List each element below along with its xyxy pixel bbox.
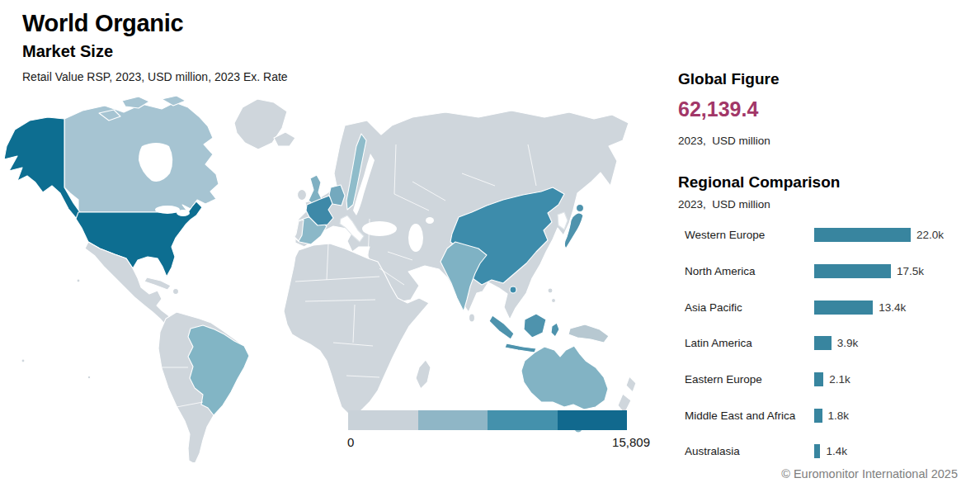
map-region-canada-arctic-island[interactable] — [162, 96, 186, 106]
global-figure-heading: Global Figure — [678, 70, 779, 88]
regional-bar-chart: Western Europe 22.0k North America 17.5k… — [685, 217, 975, 470]
map-region-new-zealand[interactable] — [626, 376, 636, 392]
page-subtitle: Market Size — [22, 42, 288, 61]
bar-value: 17.5k — [897, 265, 924, 277]
black-sea — [362, 221, 397, 236]
map-region-australia[interactable] — [521, 346, 608, 409]
map-region-indonesia-borneo[interactable] — [524, 314, 546, 338]
bar-row: Australasia 1.4k — [685, 433, 975, 470]
map-region-indonesia-sulawesi[interactable] — [551, 323, 559, 337]
bar-asia-pacific[interactable] — [814, 301, 873, 315]
metric-description: Retail Value RSP, 2023, USD million, 202… — [22, 70, 288, 83]
global-figure-caption: 2023, USD million — [678, 135, 770, 147]
page-title: World Organic — [22, 8, 288, 38]
map-region-ireland[interactable] — [298, 190, 307, 201]
bar-north-america[interactable] — [814, 264, 891, 278]
great-lakes — [155, 206, 180, 214]
scale-segment-2 — [418, 410, 488, 430]
map-region-pacific-island[interactable] — [21, 359, 25, 362]
bar-row: Asia Pacific 13.4k — [685, 289, 975, 325]
bar-value: 22.0k — [916, 229, 944, 241]
global-figure-value: 62,139.4 — [678, 97, 758, 121]
regional-comparison-caption: 2023, USD million — [678, 198, 770, 211]
bar-row: Latin America 3.9k — [685, 325, 975, 362]
map-region-new-guinea[interactable] — [568, 324, 609, 343]
bar-label: Western Europe — [685, 229, 814, 241]
bar-middle-east-africa[interactable] — [814, 409, 822, 423]
bar-label: Asia Pacific — [685, 301, 814, 314]
choropleth-color-scale — [348, 410, 627, 430]
bar-value: 1.8k — [828, 409, 850, 422]
map-region-philippines[interactable] — [552, 299, 556, 303]
bar-label: Latin America — [685, 337, 814, 349]
bar-value: 2.1k — [829, 373, 850, 386]
regional-comparison-heading: Regional Comparison — [678, 173, 840, 192]
bar-value: 3.9k — [837, 337, 859, 349]
map-region-indonesia-java[interactable] — [505, 343, 536, 353]
world-choropleth-map[interactable] — [0, 95, 668, 462]
bar-label: North America — [685, 265, 814, 277]
map-region-japan-hokkaido[interactable] — [577, 205, 584, 212]
bar-latin-america[interactable] — [814, 336, 832, 350]
bar-row: Eastern Europe 2.1k — [685, 362, 975, 398]
report-header: World Organic Market Size Retail Value R… — [22, 8, 288, 83]
scale-segment-1 — [348, 410, 418, 430]
map-region-madagascar[interactable] — [416, 360, 431, 389]
bar-label: Australasia — [685, 445, 814, 457]
scale-min-label: 0 — [347, 435, 354, 449]
caspian-sea — [408, 224, 423, 252]
bar-eastern-europe[interactable] — [814, 372, 823, 386]
bar-western-europe[interactable] — [814, 228, 911, 242]
bar-row: Western Europe 22.0k — [685, 217, 975, 253]
aral-sea — [426, 217, 434, 224]
copyright-notice: © Euromonitor International 2025 — [781, 467, 958, 480]
bar-label: Middle East and Africa — [685, 409, 814, 422]
scale-segment-3 — [488, 410, 558, 430]
scale-segment-4 — [558, 410, 628, 430]
bar-australasia[interactable] — [814, 444, 820, 458]
map-region-hispaniola[interactable] — [173, 289, 179, 295]
bar-row: North America 17.5k — [685, 253, 975, 290]
bar-value: 1.4k — [826, 445, 847, 457]
bar-value: 13.4k — [879, 301, 906, 314]
map-region-hainan[interactable] — [510, 286, 516, 293]
map-region-sri-lanka[interactable] — [469, 314, 475, 322]
scale-max-label: 15,809 — [612, 435, 650, 449]
bar-row: Middle East and Africa 1.8k — [685, 397, 975, 433]
map-region-philippines[interactable] — [548, 288, 553, 293]
great-lakes — [177, 210, 190, 216]
map-region-pacific-island[interactable] — [87, 376, 91, 379]
map-region-cuba[interactable] — [144, 277, 171, 290]
map-region-pacific-island[interactable] — [77, 279, 80, 282]
bar-label: Eastern Europe — [685, 373, 814, 386]
